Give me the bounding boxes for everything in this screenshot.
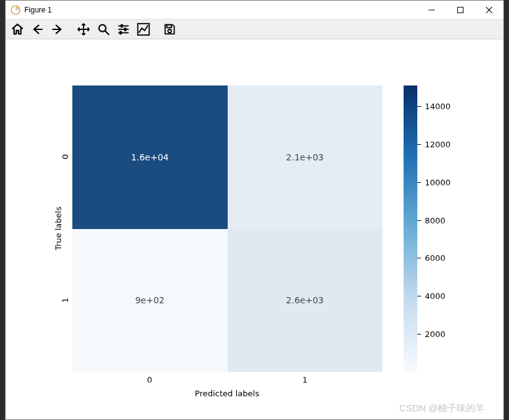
back-button[interactable] xyxy=(28,21,47,38)
zoom-button[interactable] xyxy=(94,21,113,38)
svg-rect-14 xyxy=(120,31,122,34)
ctick-mark xyxy=(417,106,421,107)
ctick-mark xyxy=(417,144,421,145)
ytick-1: 1 xyxy=(61,298,70,303)
maximize-button[interactable] xyxy=(446,1,475,19)
svg-point-17 xyxy=(168,29,172,33)
colorbar xyxy=(404,85,417,372)
cell-1-0: 9e+02 xyxy=(72,229,228,373)
ctick-4000: 4000 xyxy=(425,291,445,301)
csdn-watermark: CSDN @柚子味的羊 xyxy=(399,403,485,414)
ctick-mark xyxy=(417,220,421,221)
cell-0-1: 2.1e+03 xyxy=(228,85,383,229)
cell-1-1: 2.6e+03 xyxy=(228,229,383,373)
minimize-button[interactable] xyxy=(417,1,446,19)
axes-button[interactable] xyxy=(134,21,153,38)
ctick-mark xyxy=(417,334,421,335)
subplots-button[interactable] xyxy=(114,21,133,38)
xtick-0: 0 xyxy=(147,375,152,384)
ytick-0: 0 xyxy=(61,154,70,159)
ctick-mark xyxy=(417,258,421,258)
figure-window: Figure 1 xyxy=(5,0,504,420)
svg-line-8 xyxy=(105,31,109,34)
ctick-12000: 12000 xyxy=(425,140,450,149)
titlebar: Figure 1 xyxy=(6,1,503,19)
ctick-8000: 8000 xyxy=(425,216,445,225)
ctick-mark xyxy=(417,296,421,296)
svg-rect-2 xyxy=(458,7,463,12)
svg-rect-13 xyxy=(124,27,127,31)
toolbar xyxy=(6,19,503,39)
xtick-1: 1 xyxy=(303,375,308,384)
window-title: Figure 1 xyxy=(24,6,52,14)
ctick-2000: 2000 xyxy=(425,330,445,339)
ctick-10000: 10000 xyxy=(425,178,450,187)
save-button[interactable] xyxy=(160,21,179,38)
forward-button[interactable] xyxy=(48,21,67,38)
matplotlib-icon xyxy=(11,5,21,15)
svg-rect-16 xyxy=(167,24,171,27)
pan-button[interactable] xyxy=(74,21,93,38)
y-axis-label: True labels xyxy=(54,207,63,250)
heatmap: 1.6e+04 2.1e+03 9e+02 2.6e+03 xyxy=(72,85,382,372)
ctick-14000: 14000 xyxy=(425,102,450,111)
ctick-mark xyxy=(417,182,421,183)
home-button[interactable] xyxy=(8,21,27,38)
x-axis-label: Predicted labels xyxy=(195,389,259,398)
close-button[interactable] xyxy=(475,1,503,19)
ctick-6000: 6000 xyxy=(425,253,445,263)
cell-0-0: 1.6e+04 xyxy=(72,85,228,229)
plot-canvas: 1.6e+04 2.1e+03 9e+02 2.6e+03 0 1 0 1 Tr… xyxy=(6,39,503,419)
svg-rect-12 xyxy=(120,24,123,27)
